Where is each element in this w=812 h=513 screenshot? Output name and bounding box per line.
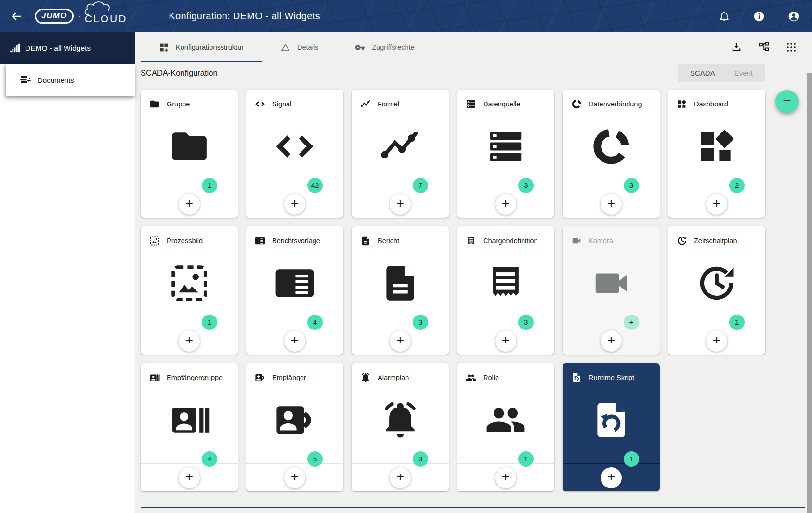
card-add-button[interactable]: + xyxy=(390,330,411,352)
minus-icon: − xyxy=(783,93,791,108)
widget-card-schedule[interactable]: Zeitschaltplan 1 + xyxy=(668,226,765,355)
widget-card-folder[interactable]: Gruppe 1 + xyxy=(141,90,238,218)
card-body: 3 xyxy=(352,247,449,327)
batch-icon xyxy=(466,236,476,246)
card-count-badge: 3 xyxy=(413,451,428,467)
card-add-button[interactable]: + xyxy=(495,330,516,352)
card-body: 1 xyxy=(141,110,238,190)
card-add-button[interactable]: + xyxy=(179,467,200,488)
card-add-button[interactable]: + xyxy=(495,194,516,215)
sidebar-item-documents[interactable]: Documents xyxy=(6,64,135,96)
card-add-button[interactable]: + xyxy=(706,194,727,215)
datasource-icon xyxy=(485,126,526,167)
scrollbar-thumb[interactable] xyxy=(807,73,812,513)
info-button[interactable] xyxy=(748,6,770,27)
card-body: 1 xyxy=(457,384,554,463)
widget-card-role[interactable]: Rolle 1 + xyxy=(457,363,554,491)
card-add-button[interactable]: + xyxy=(495,467,516,488)
card-label: Datenverbindung xyxy=(589,100,642,108)
widget-card-recipient[interactable]: Empfänger 5 + xyxy=(246,363,343,491)
camera-icon xyxy=(590,263,632,304)
signal-bars-icon xyxy=(9,42,22,54)
card-add-button[interactable]: + xyxy=(284,330,305,352)
card-add-button[interactable]: + xyxy=(179,194,200,215)
card-label: Runtime Skript xyxy=(589,374,634,381)
card-count-badge: 1 xyxy=(202,315,217,330)
tab-details[interactable]: Details xyxy=(262,32,337,62)
card-header: Empfängergruppe xyxy=(141,363,238,384)
card-count-badge: 7 xyxy=(413,178,428,193)
card-add-button[interactable]: + xyxy=(390,467,411,488)
card-header: Datenverbindung xyxy=(563,90,660,110)
card-count-badge: 4 xyxy=(202,451,217,467)
card-footer: + xyxy=(563,327,660,355)
scrollbar xyxy=(807,32,812,513)
widget-card-report[interactable]: Bericht 3 + xyxy=(352,226,449,355)
card-add-button[interactable]: + xyxy=(390,194,411,215)
download-button[interactable] xyxy=(730,41,743,53)
widget-card-datasource[interactable]: Datenquelle 3 + xyxy=(457,90,554,218)
card-add-button[interactable]: + xyxy=(601,194,622,215)
card-body: 3 xyxy=(457,110,554,190)
plus-icon: + xyxy=(185,333,193,347)
card-body: 5 xyxy=(246,384,343,463)
card-header: Empfänger xyxy=(246,363,343,384)
processimage-icon xyxy=(169,263,210,304)
reporttemplate-icon xyxy=(274,263,315,304)
widget-card-batch[interactable]: Chargendefinition 3 + xyxy=(457,226,554,355)
widget-card-formula[interactable]: Formel 7 + xyxy=(352,90,449,218)
collapse-fab-button[interactable]: − xyxy=(775,90,799,113)
tab-konfigurationsstruktur[interactable]: Konfigurationsstruktur xyxy=(141,32,262,62)
card-footer: + xyxy=(668,190,765,218)
plus-icon: + xyxy=(396,197,404,210)
widget-card-camera[interactable]: Kamera + + xyxy=(563,226,660,355)
card-add-button[interactable]: + xyxy=(601,467,622,488)
card-add-button[interactable]: + xyxy=(284,194,305,215)
card-header: Datenquelle xyxy=(457,90,554,110)
reporttemplate-icon xyxy=(255,236,265,246)
apps-grid-button[interactable] xyxy=(785,41,798,53)
card-header: Kamera xyxy=(563,226,660,247)
tree-structure-button[interactable] xyxy=(758,41,770,53)
plus-icon: + xyxy=(502,470,510,484)
card-body: + xyxy=(563,247,660,327)
notifications-button[interactable] xyxy=(714,6,735,27)
card-body: 1 xyxy=(563,384,660,463)
widget-card-dataconnection[interactable]: Datenverbindung 3 + xyxy=(563,90,660,218)
card-add-button[interactable]: + xyxy=(179,330,200,352)
card-header: Runtime Skript xyxy=(563,363,660,384)
account-button[interactable] xyxy=(783,6,804,27)
folder-icon xyxy=(169,126,210,167)
jumo-logo-pill: JUMO xyxy=(35,9,74,24)
card-add-button[interactable]: + xyxy=(601,330,622,352)
widget-card-alarm[interactable]: Alarmplan 3 + xyxy=(352,363,449,491)
card-header: Chargendefinition xyxy=(457,226,554,247)
tab-zugriffsrechte[interactable]: Zugriffsrechte xyxy=(337,32,432,62)
widget-card-processimage[interactable]: Prozessbild 1 + xyxy=(141,226,238,355)
card-label: Chargendefinition xyxy=(483,237,538,245)
plus-icon: + xyxy=(607,333,615,347)
widget-card-reporttemplate[interactable]: Berichtsvorlage 4 + xyxy=(246,226,343,355)
widget-card-recipientgroup[interactable]: Empfängergruppe 4 + xyxy=(141,363,238,491)
widget-card-dashboard[interactable]: Dashboard 2 + xyxy=(668,90,765,218)
widget-card-runtimescript[interactable]: Runtime Skript 1 + xyxy=(563,363,660,491)
batch-icon xyxy=(485,263,526,304)
card-count-badge: 42 xyxy=(307,178,323,193)
card-add-button[interactable]: + xyxy=(284,467,305,488)
card-footer: + xyxy=(246,327,343,355)
card-count-badge: 3 xyxy=(624,178,639,193)
card-header: Rolle xyxy=(457,363,554,384)
code-icon xyxy=(255,99,265,109)
download-icon xyxy=(731,41,742,53)
sidebar-item-project[interactable]: DEMO - all Widgets xyxy=(0,32,135,64)
database-sync-icon xyxy=(19,74,31,86)
toggle-option-event[interactable]: Event xyxy=(725,69,762,77)
card-label: Kamera xyxy=(589,237,613,245)
toggle-option-scada[interactable]: SCADA xyxy=(681,69,725,77)
card-label: Berichtsvorlage xyxy=(272,237,320,245)
dataconnection-icon xyxy=(590,126,632,167)
widget-card-code[interactable]: Signal 42 + xyxy=(246,90,343,218)
back-button[interactable] xyxy=(7,7,26,26)
card-add-button[interactable]: + xyxy=(706,330,727,352)
key-icon xyxy=(355,42,365,53)
